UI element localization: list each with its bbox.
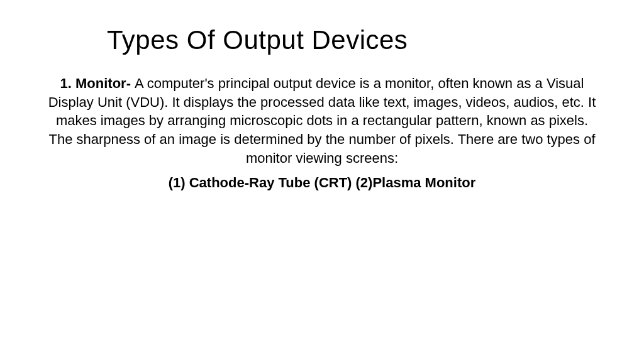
slide-title: Types Of Output Devices [107,25,600,55]
subtypes-line: (1) Cathode-Ray Tube (CRT) (2)Plasma Mon… [44,175,600,191]
body-lead: 1. Monitor- [60,75,135,91]
body-paragraph: 1. Monitor- A computer's principal outpu… [44,74,600,167]
